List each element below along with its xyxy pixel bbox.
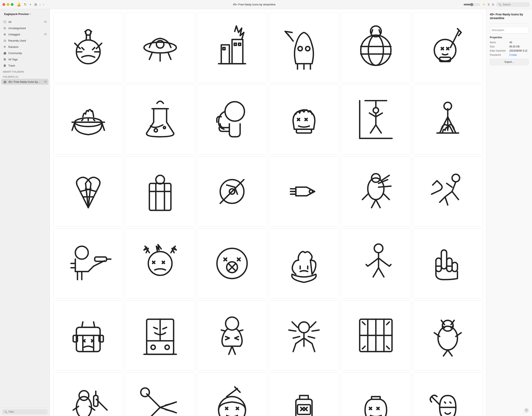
svg-line-76: [384, 194, 390, 200]
icon-cell-6[interactable]: [413, 12, 483, 83]
svg-point-93: [374, 244, 383, 253]
sort-icon[interactable]: ⇅: [487, 3, 490, 6]
sidebar-bottom: 🔍: [0, 407, 50, 416]
password-create-link[interactable]: Create: [509, 53, 517, 56]
svg-point-63: [156, 175, 164, 184]
close-button[interactable]: [2, 3, 5, 6]
app-name[interactable]: Eaglepack-Preview ▾: [3, 12, 47, 16]
svg-point-133: [79, 391, 89, 401]
page-title: 45+ Free Nasty Icons by streamline: [47, 3, 462, 6]
property-size: Size 86.92 KB: [490, 45, 529, 48]
zoom-slider[interactable]: [463, 3, 480, 6]
icon-cell-27[interactable]: [197, 300, 267, 371]
sidebar-item-uncategorized[interactable]: ⊙ Uncategorized: [1, 25, 48, 31]
maximize-button[interactable]: [11, 3, 13, 6]
icon-cell-31[interactable]: [53, 372, 124, 416]
svg-rect-137: [94, 396, 98, 406]
svg-rect-105: [99, 336, 104, 342]
size-value: 86.92 KB: [509, 45, 520, 48]
add-icon[interactable]: +: [29, 3, 31, 6]
sidebar-item-trash[interactable]: 🗑 Trash: [1, 63, 48, 69]
sidebar-item-all-tags[interactable]: ⊞ All Tags: [1, 56, 48, 62]
filter-icon[interactable]: ⊟: [492, 3, 494, 6]
icon-cell-22[interactable]: [269, 228, 339, 299]
icon-cell-20[interactable]: [125, 228, 195, 299]
svg-line-9: [168, 53, 171, 59]
icon-cell-30[interactable]: [413, 300, 483, 371]
sidebar-item-recently-used[interactable]: ◷ Recently Used: [1, 38, 48, 43]
icon-cell-10[interactable]: [269, 84, 339, 155]
svg-point-21: [306, 47, 310, 51]
sidebar-item-untagged[interactable]: ⊘ Untagged 45: [1, 31, 48, 37]
svg-rect-15: [234, 43, 236, 45]
icon-cell-2[interactable]: [125, 12, 195, 83]
svg-line-75: [362, 194, 368, 200]
icon-cell-4[interactable]: [269, 12, 339, 83]
svg-line-27: [371, 30, 373, 33]
filter-input[interactable]: [9, 410, 46, 413]
svg-point-37: [154, 129, 158, 132]
icon-cell-28[interactable]: [269, 300, 339, 371]
icon-cell-19[interactable]: [53, 228, 124, 299]
icon-cell-12[interactable]: [413, 84, 483, 155]
icon-cell-5[interactable]: [341, 12, 411, 83]
nav-back-button[interactable]: ‹: [39, 3, 41, 6]
refresh-icon[interactable]: ↻: [24, 2, 27, 6]
icon-cell-32[interactable]: [125, 372, 195, 416]
svg-line-120: [312, 330, 319, 331]
svg-rect-145: [298, 405, 311, 415]
svg-point-20: [298, 47, 302, 51]
nav-forward-button[interactable]: ›: [42, 3, 45, 6]
export-button[interactable]: Export...: [490, 59, 529, 65]
icon-cell-3[interactable]: [197, 12, 267, 83]
layout-icon[interactable]: ⊞: [34, 2, 37, 6]
help-button[interactable]: ?: [524, 408, 529, 413]
icon-cell-26[interactable]: [125, 300, 195, 371]
icon-cell-13[interactable]: [53, 156, 124, 227]
icon-cell-7[interactable]: [53, 84, 124, 155]
icon-cell-21[interactable]: [197, 228, 267, 299]
icon-cell-15[interactable]: [197, 156, 267, 227]
lightning-icon[interactable]: ⚡: [482, 3, 485, 6]
titlebar-right: ⚡ ⇅ ⊟ 🔍: [463, 2, 530, 7]
svg-point-3: [86, 30, 91, 35]
notification-icon[interactable]: 🔔: [17, 2, 21, 6]
icon-cell-34[interactable]: [269, 372, 339, 416]
items-value: 45: [509, 41, 512, 44]
description-input[interactable]: [490, 27, 529, 33]
svg-line-5: [93, 48, 95, 50]
nav-arrows: ‹ ›: [39, 3, 45, 6]
icon-cell-33[interactable]: [197, 372, 267, 416]
sidebar-folder-nasty-icons[interactable]: ▤ 45+ Free Nasty Icons by... 45: [1, 79, 48, 85]
date-value: 2023/08/08 3:12: [509, 49, 527, 52]
sidebar-label-community: Community: [8, 52, 47, 55]
icon-cell-24[interactable]: [413, 228, 483, 299]
trash-icon: 🗑: [3, 64, 7, 67]
icon-cell-17[interactable]: [341, 156, 411, 227]
icon-cell-35[interactable]: [341, 372, 411, 416]
icon-cell-16[interactable]: [269, 156, 339, 227]
svg-line-81: [379, 186, 391, 187]
sidebar-item-random[interactable]: ✕ Random: [1, 44, 48, 50]
icon-cell-18[interactable]: [413, 156, 483, 227]
icon-cell-1[interactable]: [53, 12, 124, 83]
sidebar-item-all[interactable]: ☐ All 45: [1, 19, 48, 25]
search-input[interactable]: [503, 3, 527, 6]
minimize-button[interactable]: [7, 3, 9, 6]
icon-cell-11[interactable]: [341, 84, 411, 155]
icon-grid: [53, 12, 483, 416]
svg-line-48: [376, 125, 381, 133]
search-bar[interactable]: 🔍: [496, 2, 530, 7]
icon-cell-9[interactable]: [197, 84, 267, 155]
icon-cell-14[interactable]: [125, 156, 195, 227]
icon-cell-25[interactable]: [53, 300, 124, 371]
icon-cell-8[interactable]: [125, 84, 195, 155]
icon-cell-23[interactable]: [341, 228, 411, 299]
svg-point-87: [217, 248, 247, 278]
size-label: Size: [490, 45, 509, 48]
sidebar-item-community[interactable]: ▦ Community: [1, 50, 48, 56]
sidebar-search[interactable]: 🔍: [2, 409, 48, 414]
icon-cell-29[interactable]: [341, 300, 411, 371]
svg-line-28: [379, 30, 380, 33]
icon-cell-36[interactable]: [413, 372, 483, 416]
